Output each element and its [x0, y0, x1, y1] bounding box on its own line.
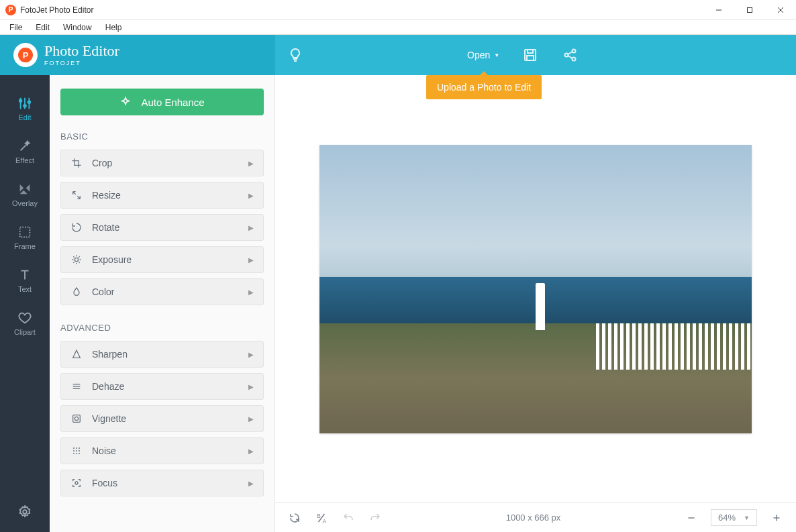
color-icon — [70, 286, 83, 297]
nav-edit[interactable]: Edit — [0, 87, 50, 130]
chevron-right-icon: ▶ — [248, 351, 254, 358]
tool-label: Dehaze — [92, 381, 124, 392]
tool-label: Exposure — [92, 254, 132, 265]
tool-sharpen[interactable]: Sharpen ▶ — [60, 341, 264, 368]
sliders-icon — [17, 96, 32, 111]
svg-point-37 — [75, 482, 78, 484]
svg-line-11 — [568, 56, 573, 58]
svg-point-16 — [23, 105, 26, 107]
auto-enhance-button[interactable]: Auto Enhance — [60, 89, 264, 115]
tool-noise[interactable]: Noise ▶ — [60, 437, 264, 464]
tool-label: Vignette — [92, 413, 126, 424]
save-icon[interactable] — [510, 35, 550, 75]
nav-label: Text — [18, 285, 32, 293]
chevron-right-icon: ▶ — [248, 160, 254, 167]
hint-icon[interactable] — [275, 35, 315, 75]
redo-button[interactable] — [368, 511, 383, 525]
basic-section-label: BASIC — [60, 131, 264, 142]
tool-exposure[interactable]: Exposure ▶ — [60, 246, 264, 273]
tool-rotate[interactable]: Rotate ▶ — [60, 214, 264, 241]
chevron-right-icon: ▶ — [248, 447, 254, 455]
edit-panel: Auto Enhance BASIC Crop ▶ Resize ▶ Rotat… — [50, 75, 275, 532]
overlay-icon — [17, 182, 32, 197]
nav-label: Edit — [19, 113, 32, 121]
vignette-icon — [70, 413, 83, 424]
chevron-right-icon: ▶ — [248, 415, 254, 423]
menu-edit[interactable]: Edit — [29, 21, 56, 34]
auto-enhance-label: Auto Enhance — [141, 97, 204, 108]
svg-point-31 — [73, 450, 74, 451]
svg-point-36 — [79, 453, 80, 454]
zoom-in-button[interactable] — [769, 511, 784, 525]
svg-point-29 — [76, 447, 77, 449]
status-bar: BA 1000 x 666 px 64% ▼ — [275, 502, 796, 532]
nav-label: Frame — [14, 242, 36, 250]
tool-crop[interactable]: Crop ▶ — [60, 150, 264, 176]
left-nav: Edit Effect Overlay Frame Text Clipart — [0, 75, 50, 532]
tool-vignette[interactable]: Vignette ▶ — [60, 405, 264, 432]
crop-icon — [70, 158, 83, 168]
open-button[interactable]: Open ▼ — [456, 35, 510, 75]
titlebar: P FotoJet Photo Editor — [0, 0, 796, 20]
svg-text:A: A — [323, 518, 327, 524]
settings-button[interactable] — [0, 492, 50, 532]
tool-label: Resize — [92, 190, 121, 201]
menubar: File Edit Window Help — [0, 20, 796, 35]
maximize-button[interactable] — [734, 0, 765, 20]
photo-preview — [319, 145, 752, 433]
nav-label: Effect — [15, 156, 34, 164]
undo-button[interactable] — [341, 511, 356, 525]
brand-area: P Photo Editor FOTOJET — [0, 35, 275, 75]
tool-focus[interactable]: Focus ▶ — [60, 470, 264, 496]
window-controls — [703, 0, 796, 20]
reset-button[interactable] — [287, 511, 302, 525]
tool-label: Sharpen — [92, 349, 128, 360]
nav-text[interactable]: Text — [0, 259, 50, 302]
close-button[interactable] — [765, 0, 796, 20]
magic-wand-icon — [17, 139, 32, 154]
menu-window[interactable]: Window — [56, 21, 99, 34]
chevron-right-icon: ▶ — [248, 256, 254, 264]
svg-point-27 — [74, 417, 78, 420]
nav-overlay[interactable]: Overlay — [0, 173, 50, 216]
zoom-select[interactable]: 64% ▼ — [711, 509, 757, 526]
nav-effect[interactable]: Effect — [0, 130, 50, 173]
zoom-out-button[interactable] — [684, 511, 699, 525]
caret-down-icon: ▼ — [744, 515, 750, 521]
svg-rect-1 — [748, 7, 752, 12]
tool-resize[interactable]: Resize ▶ — [60, 182, 264, 209]
tool-label: Noise — [92, 445, 116, 456]
compare-button[interactable]: BA — [314, 511, 329, 525]
heart-icon — [17, 311, 32, 325]
tool-dehaze[interactable]: Dehaze ▶ — [60, 373, 264, 400]
svg-point-35 — [76, 453, 77, 454]
svg-point-32 — [76, 450, 77, 451]
canvas-viewport[interactable] — [275, 75, 796, 502]
frame-icon — [17, 225, 32, 240]
caret-down-icon: ▼ — [494, 52, 499, 58]
svg-rect-5 — [528, 50, 533, 53]
dehaze-icon — [70, 381, 83, 392]
svg-point-30 — [79, 447, 80, 449]
chevron-right-icon: ▶ — [248, 192, 254, 199]
brand-logo-icon: P — [13, 43, 38, 67]
minimize-button[interactable] — [703, 0, 734, 20]
chevron-right-icon: ▶ — [248, 480, 254, 487]
svg-text:B: B — [317, 513, 321, 519]
menu-file[interactable]: File — [3, 21, 29, 34]
svg-point-17 — [28, 101, 31, 103]
top-ribbon: P Photo Editor FOTOJET Open ▼ Upload a P… — [0, 35, 796, 75]
svg-point-28 — [73, 447, 74, 449]
nav-label: Clipart — [14, 328, 36, 336]
nav-clipart[interactable]: Clipart — [0, 302, 50, 345]
gear-icon — [17, 504, 32, 519]
menu-help[interactable]: Help — [99, 21, 129, 34]
sharpen-icon — [70, 349, 83, 360]
nav-frame[interactable]: Frame — [0, 216, 50, 259]
tool-color[interactable]: Color ▶ — [60, 278, 264, 305]
focus-icon — [70, 478, 83, 488]
rotate-icon — [70, 222, 83, 233]
brand-name: Photo Editor — [44, 42, 119, 59]
share-icon[interactable] — [550, 35, 591, 75]
brand-subtitle: FOTOJET — [44, 60, 119, 66]
